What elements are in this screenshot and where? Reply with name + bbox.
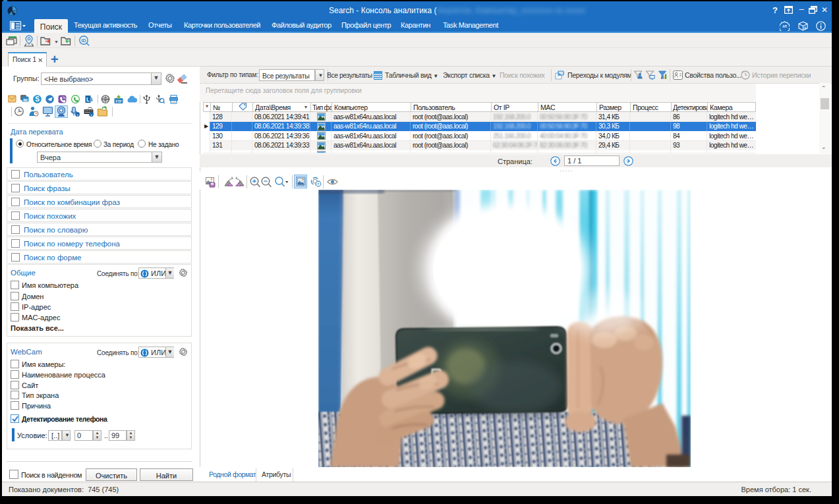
svg-text:S: S xyxy=(35,96,40,103)
svg-text:IM: IM xyxy=(23,98,28,102)
svg-text:HTTP: HTTP xyxy=(103,98,109,101)
svg-text:L: L xyxy=(86,96,90,103)
svg-text:ID: ID xyxy=(82,38,86,43)
svg-text:FTP: FTP xyxy=(116,100,122,103)
svg-text:АП: АП xyxy=(782,25,786,28)
